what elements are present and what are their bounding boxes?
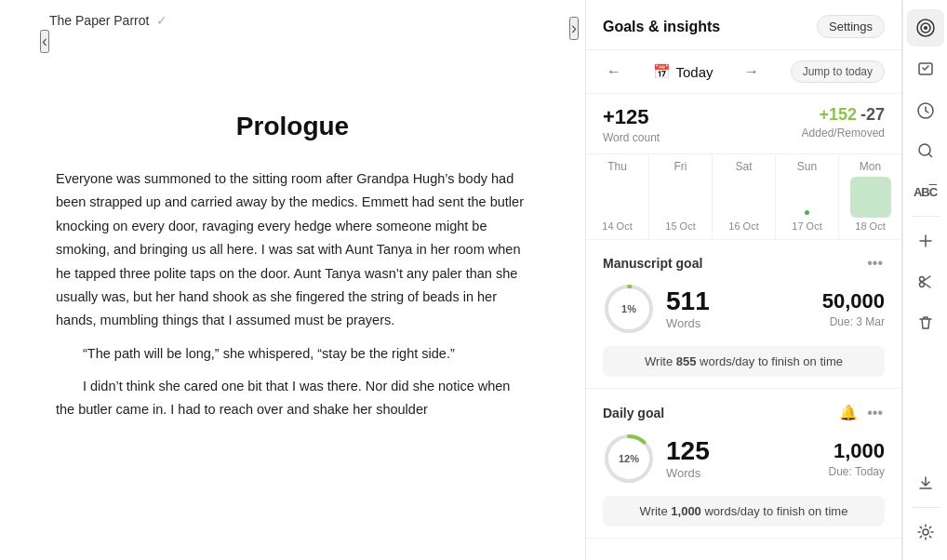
cal-day-box: [724, 177, 765, 218]
spellcheck-icon-button[interactable]: ABC: [907, 173, 944, 210]
calendar-icon: 📅: [653, 63, 671, 80]
scissors-icon: [916, 273, 935, 291]
cal-day-name: Mon: [860, 160, 881, 173]
daily-goal-more-button[interactable]: •••: [865, 403, 885, 423]
paragraph-1: Everyone was summoned to the sitting roo…: [56, 167, 529, 333]
manuscript-cta-button[interactable]: Write 855 words/day to finish on time: [603, 346, 885, 377]
daily-due-label: Due: Today: [829, 465, 886, 478]
daily-cta-button[interactable]: Write 1,000 words/day to finish on time: [603, 496, 885, 527]
prev-date-button[interactable]: ←: [603, 60, 625, 84]
daily-goal-main: 12% 125 Words 1,000 Due: Today: [603, 433, 885, 485]
manuscript-cta-bold: 855: [676, 354, 697, 368]
goals-header: Goals & insights Settings: [586, 0, 901, 50]
cal-day-date: 15 Oct: [665, 220, 695, 232]
settings-icon: [916, 523, 935, 541]
manuscript-goal-header: Manuscript goal •••: [603, 253, 885, 273]
manuscript-goal-main: 1% 511 Words 50,000 Due: 3 Mar: [603, 283, 885, 335]
writing-area: ‹ The Paper Parrot ✓ › Prologue Everyone…: [0, 0, 586, 560]
manuscript-goal-actions: •••: [865, 253, 885, 273]
cal-day-name: Sun: [797, 160, 817, 173]
calendar-day[interactable]: Sat16 Oct: [713, 154, 776, 239]
download-icon: [916, 473, 935, 492]
clock-icon-button[interactable]: [907, 91, 944, 128]
search-icon: [916, 141, 935, 160]
calendar-day[interactable]: Sun17 Oct: [776, 154, 839, 239]
manuscript-goal-more-button[interactable]: •••: [865, 253, 885, 273]
trash-icon-button[interactable]: [907, 304, 944, 341]
body-text: Everyone was summoned to the sitting roo…: [56, 167, 529, 422]
manuscript-percent-label: 1%: [621, 303, 636, 314]
daily-word-count: 125: [666, 438, 710, 464]
calendar-day[interactable]: Mon18 Oct: [839, 154, 901, 239]
word-count-number: +125: [603, 105, 660, 129]
calendar-day[interactable]: Thu14 Oct: [586, 154, 649, 239]
doc-title-bar: ‹ The Paper Parrot ✓: [33, 13, 167, 28]
cal-day-name: Thu: [607, 160, 627, 173]
cal-day-date: 18 Oct: [855, 220, 885, 232]
added-count: +152: [819, 105, 857, 125]
plus-icon-button[interactable]: [907, 222, 944, 260]
sidebar-divider-2: [912, 507, 940, 508]
date-navigation: ← 📅 Today → Jump to today: [586, 50, 901, 94]
daily-goal-header: Daily goal 🔔 •••: [603, 402, 885, 423]
prev-doc-button[interactable]: ‹: [40, 30, 49, 53]
added-removed-section: +152 -27 Added/Removed: [802, 105, 885, 140]
target-icon: [916, 19, 935, 37]
cal-day-box: [660, 177, 701, 218]
added-removed-label: Added/Removed: [802, 127, 885, 140]
checklist-icon: [916, 60, 935, 78]
settings-icon-button[interactable]: [907, 513, 944, 551]
daily-cta-bold: 1,000: [671, 504, 701, 518]
calendar-day[interactable]: Fri15 Oct: [649, 154, 713, 239]
trash-icon: [916, 313, 935, 332]
cal-day-box: [850, 177, 891, 218]
daily-target-number: 1,000: [834, 439, 885, 463]
scissors-icon-button[interactable]: [907, 263, 944, 300]
next-doc-button[interactable]: ›: [569, 17, 579, 40]
cal-day-dot: [805, 210, 809, 215]
daily-percent-label: 12%: [619, 453, 639, 464]
manuscript-words-label: Words: [666, 316, 710, 330]
cal-day-box: [597, 177, 638, 218]
added-removed-numbers: +152 -27: [819, 105, 885, 125]
sidebar-divider-1: [912, 216, 940, 217]
doc-title: The Paper Parrot: [49, 13, 149, 28]
word-summary: +125 Word count +152 -27 Added/Removed: [586, 94, 901, 154]
daily-goal-actions: 🔔 •••: [837, 402, 885, 423]
goals-title: Goals & insights: [603, 19, 720, 35]
icon-sidebar: ABC: [902, 0, 947, 560]
jump-today-button[interactable]: Jump to today: [791, 60, 885, 83]
daily-words-label: Words: [666, 466, 710, 480]
plus-icon: [916, 232, 935, 250]
daily-numbers: 125 Words: [666, 438, 710, 480]
date-center: 📅 Today: [653, 63, 714, 80]
search-icon-button[interactable]: [907, 132, 944, 169]
svg-point-6: [924, 26, 927, 30]
word-count-label: Word count: [603, 131, 660, 144]
checklist-icon-button[interactable]: [907, 50, 944, 87]
daily-goal-circle: 12%: [603, 433, 655, 485]
manuscript-word-count: 511: [666, 288, 710, 314]
svg-point-12: [923, 529, 928, 535]
calendar-strip: Thu14 OctFri15 OctSat16 OctSun17 OctMon1…: [586, 154, 901, 240]
check-icon: ✓: [156, 13, 167, 28]
cal-day-name: Sat: [735, 160, 752, 173]
cal-day-date: 17 Oct: [792, 220, 821, 232]
daily-goal-card: Daily goal 🔔 ••• 12% 125 Words: [586, 389, 901, 539]
svg-point-11: [919, 283, 924, 287]
daily-goal-title: Daily goal: [603, 406, 664, 420]
paragraph-3: I didn’t think she cared one bit that I …: [56, 375, 529, 422]
manuscript-cta-end: words/day to finish on time: [696, 354, 843, 368]
clock-icon: [916, 100, 935, 119]
removed-count: -27: [860, 105, 885, 125]
daily-goal-bell-button[interactable]: 🔔: [837, 402, 860, 423]
goals-settings-button[interactable]: Settings: [817, 15, 885, 38]
chapter-title: Prologue: [56, 112, 529, 141]
download-icon-button[interactable]: [907, 464, 944, 501]
next-date-button[interactable]: →: [740, 60, 763, 84]
manuscript-goal-circle: 1%: [603, 283, 655, 335]
cal-day-box: [787, 177, 828, 218]
paragraph-2: “The path will be long,” she whispered, …: [56, 342, 529, 366]
word-count-section: +125 Word count: [603, 105, 660, 144]
target-icon-button[interactable]: [907, 9, 944, 47]
